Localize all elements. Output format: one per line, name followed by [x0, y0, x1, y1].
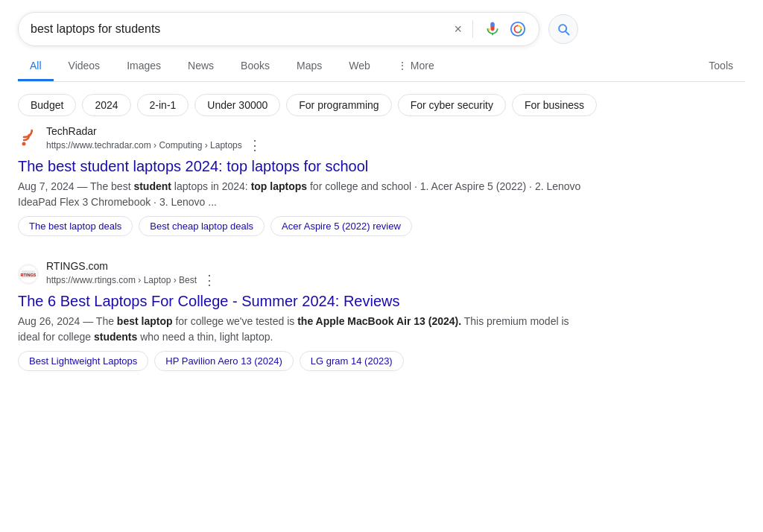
divider	[472, 20, 473, 38]
more-label: More	[411, 60, 434, 72]
search-button[interactable]	[548, 14, 578, 44]
snippet-text: — The best student laptops in 2024: top …	[18, 180, 580, 208]
filter-chips-row: Budget 2024 2-in-1 Under 30000 For progr…	[0, 82, 763, 125]
source-url-row: https://www.rtings.com › Laptop › Best ⋮	[46, 272, 216, 288]
source-name: RTINGS.com	[46, 260, 216, 272]
result-snippet: Aug 26, 2024 — The best laptop for colle…	[18, 314, 584, 345]
tab-news[interactable]: News	[176, 52, 226, 81]
source-info: TechRadar https://www.techradar.com › Co…	[46, 125, 262, 153]
source-name: TechRadar	[46, 125, 262, 137]
google-lens-icon[interactable]	[509, 20, 527, 38]
result-menu-icon[interactable]: ⋮	[248, 137, 262, 153]
snippet-text: — The best laptop for college we've test…	[18, 315, 569, 343]
result-menu-icon[interactable]: ⋮	[203, 272, 216, 288]
tab-books[interactable]: Books	[229, 52, 282, 81]
search-bar[interactable]: best laptops for students ×	[18, 12, 539, 46]
result-item: RTINGS RTINGS.com https://www.rtings.com…	[18, 260, 584, 371]
tab-all[interactable]: All	[18, 52, 54, 81]
snippet-date: Aug 26, 2024	[18, 315, 80, 327]
microphone-icon[interactable]	[484, 20, 501, 38]
chip-2024[interactable]: 2024	[82, 94, 130, 116]
sub-chip[interactable]: Best cheap laptop deals	[139, 216, 265, 236]
search-results: TechRadar https://www.techradar.com › Co…	[0, 125, 763, 371]
search-query-text: best laptops for students	[31, 22, 454, 36]
result-snippet: Aug 7, 2024 — The best student laptops i…	[18, 179, 584, 210]
result-sub-chips: Best Lightweight Laptops HP Pavilion Aer…	[18, 351, 584, 371]
tab-tools[interactable]: Tools	[697, 52, 745, 81]
sub-chip[interactable]: Acer Aspire 5 (2022) review	[270, 216, 412, 236]
header: best laptops for students ×	[0, 0, 763, 82]
result-title[interactable]: The best student laptops 2024: top lapto…	[18, 156, 584, 176]
search-bar-icons: ×	[454, 20, 527, 38]
source-url: https://www.techradar.com › Computing › …	[46, 140, 242, 151]
result-source: TechRadar https://www.techradar.com › Co…	[18, 125, 584, 153]
source-url-row: https://www.techradar.com › Computing › …	[46, 137, 262, 153]
svg-point-0	[511, 22, 525, 36]
result-item: TechRadar https://www.techradar.com › Co…	[18, 125, 584, 236]
clear-icon[interactable]: ×	[454, 22, 462, 37]
chip-programming[interactable]: For programming	[286, 94, 391, 116]
favicon	[18, 129, 39, 150]
sub-chip[interactable]: The best laptop deals	[18, 216, 133, 236]
nav-tabs: All Videos Images News Books Maps Web ⋮ …	[18, 52, 745, 82]
search-bar-row: best laptops for students ×	[18, 12, 745, 46]
tab-images[interactable]: Images	[115, 52, 173, 81]
tab-more[interactable]: ⋮ More	[385, 52, 446, 81]
chip-2in1[interactable]: 2-in-1	[137, 94, 189, 116]
sub-chip[interactable]: Best Lightweight Laptops	[18, 351, 148, 371]
chip-business[interactable]: For business	[512, 94, 597, 116]
chip-budget[interactable]: Budget	[18, 94, 76, 116]
source-url: https://www.rtings.com › Laptop › Best	[46, 275, 197, 285]
tab-web[interactable]: Web	[337, 52, 382, 81]
result-sub-chips: The best laptop deals Best cheap laptop …	[18, 216, 584, 236]
tab-videos[interactable]: Videos	[57, 52, 113, 81]
source-info: RTINGS.com https://www.rtings.com › Lapt…	[46, 260, 216, 288]
sub-chip[interactable]: HP Pavilion Aero 13 (2024)	[154, 351, 294, 371]
result-source: RTINGS RTINGS.com https://www.rtings.com…	[18, 260, 584, 288]
chip-under30000[interactable]: Under 30000	[194, 94, 280, 116]
svg-point-2	[22, 142, 26, 146]
snippet-date: Aug 7, 2024	[18, 180, 75, 192]
tab-maps[interactable]: Maps	[285, 52, 334, 81]
svg-text:RTINGS: RTINGS	[20, 273, 36, 277]
chip-cyber-security[interactable]: For cyber security	[398, 94, 506, 116]
sub-chip[interactable]: LG gram 14 (2023)	[300, 351, 404, 371]
result-title[interactable]: The 6 Best Laptops For College - Summer …	[18, 291, 584, 311]
favicon: RTINGS	[18, 264, 39, 285]
dots-more-icon: ⋮	[397, 60, 408, 72]
